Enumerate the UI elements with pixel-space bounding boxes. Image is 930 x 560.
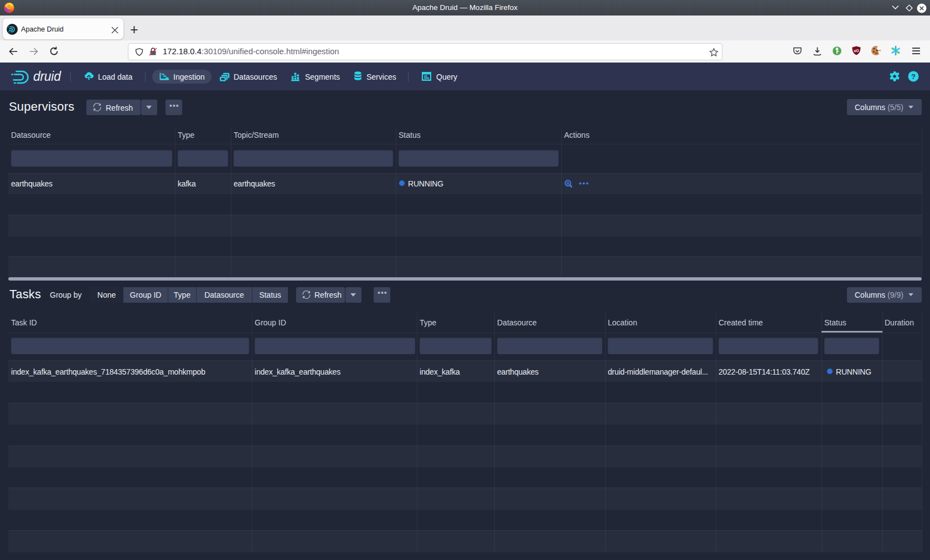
svg-text:?: ? — [911, 72, 916, 81]
svg-text:uO: uO — [854, 49, 859, 53]
